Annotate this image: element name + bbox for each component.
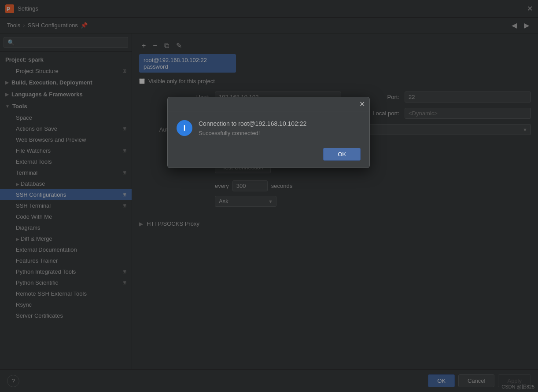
dialog-box: ✕ i Connection to root@192.168.10.102:22…: [167, 97, 370, 168]
dialog-subtitle: Successfully connected!: [199, 130, 361, 136]
dialog-footer: OK: [168, 143, 369, 168]
dialog-ok-button[interactable]: OK: [323, 148, 361, 161]
dialog-text: Connection to root@192.168.10.102:22 Suc…: [199, 120, 361, 136]
dialog-title: Connection to root@192.168.10.102:22: [199, 120, 361, 127]
dialog-close-button[interactable]: ✕: [359, 100, 365, 108]
watermark: CSDN @旧825: [501, 384, 534, 390]
dialog-body: i Connection to root@192.168.10.102:22 S…: [168, 111, 369, 143]
dialog-overlay: ✕ i Connection to root@192.168.10.102:22…: [0, 0, 538, 392]
dialog-info-icon: i: [177, 120, 192, 136]
dialog-header: ✕: [168, 97, 369, 111]
